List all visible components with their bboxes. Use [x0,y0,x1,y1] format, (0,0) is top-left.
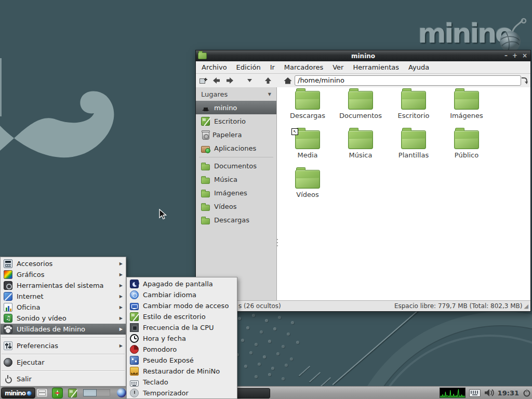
menu-item-sonido-y-video[interactable]: Sonido y vídeo ▶ [1,313,126,324]
minino-menu-button[interactable]: minino [1,388,35,398]
menu-archivo[interactable]: Archivo [197,61,232,73]
sidebar-header[interactable]: Lugares ▼ [196,87,276,101]
window-titlebar[interactable]: minino – + × [196,50,530,61]
menu-ayuda[interactable]: Ayuda [404,61,434,73]
taskbar: minino [0,386,532,399]
sidebar-item-papelera[interactable]: Papelera [196,128,276,141]
menu-item-internet[interactable]: Internet ▶ [1,291,126,302]
menu-item-preferencias[interactable]: Preferencias ▶ [1,340,126,351]
sidebar-item-documentos[interactable]: Documentos [196,159,276,172]
menu-item-herramientas-del-sistema[interactable]: Herramientas del sistema ▶ [1,280,126,291]
menu-item-label: Accesorios [17,260,52,268]
applications-icon [201,146,210,153]
paw-icon [4,325,12,334]
maximize-button[interactable]: + [512,50,517,61]
places-sidebar: Lugares ▼ minino Escritorio Papelera Apl… [196,87,277,300]
items-count-text: s (26 ocultos) [238,302,281,310]
go-button[interactable] [518,75,529,86]
menu-item-label: Utilidades de Minino [17,325,85,333]
minimize-button[interactable]: – [504,50,508,61]
menu-item-salir[interactable]: Salir [1,374,126,384]
submenu-item-hora-y-fecha[interactable]: Hora y fecha [127,333,237,344]
close-button[interactable]: × [522,50,527,61]
menu-item-label: Estilo de escritorio [143,313,206,321]
file-documentos[interactable]: Documentos [334,89,387,128]
sidebar-item-aplicaciones[interactable]: Aplicaciones [196,141,276,155]
resize-grip[interactable]: ◢ [524,303,528,310]
submenu-item-pseudo-expose[interactable]: Pseudo Exposé [127,355,237,366]
taskbar-clock[interactable]: 19:31 [498,389,519,397]
submenu-item-pomodoro[interactable]: Pomodoro [127,344,237,355]
forward-button[interactable] [224,75,236,86]
file-descargas[interactable]: Descargas [281,89,334,128]
submenu-arrow-icon: ▶ [119,294,123,299]
back-icon [211,76,221,85]
menu-ver[interactable]: Ver [328,61,348,73]
cpu-monitor-graph[interactable] [440,388,466,398]
file-publico[interactable]: Público [440,128,493,168]
sidebar-item-minino[interactable]: minino [196,101,276,114]
submenu-arrow-icon: ▶ [119,327,123,331]
submenu-item-temporizador[interactable]: Temporizador [127,388,237,398]
menu-item-label: Frecuencia de la CPU [143,324,214,331]
sidebar-item-imagenes[interactable]: Imágenes [196,186,276,200]
history-dropdown-button[interactable] [246,75,253,86]
file-label: Música [349,151,373,159]
desktop-style-launcher[interactable] [66,388,78,397]
file-label: Imágenes [450,112,483,119]
power-button-icon[interactable] [523,389,531,397]
file-videos[interactable]: Vídeos [281,168,334,207]
sidebar-item-escritorio[interactable]: Escritorio [196,114,276,128]
submenu-item-teclado[interactable]: Teclado [127,377,237,388]
menu-ir[interactable]: Ir [265,61,280,73]
submenu-item-cambiar-idioma[interactable]: Cambiar idioma [127,289,237,300]
menu-item-oficina[interactable]: Oficina ▶ [1,302,126,313]
keyboard-layout-icon[interactable] [469,389,481,397]
menu-edicion[interactable]: Edición [232,61,265,73]
menu-item-accesorios[interactable]: Accesorios ▶ [1,258,126,269]
submenu-item-cambiar-modo-de-acceso[interactable]: Cambiar modo de acceso [127,300,237,311]
menu-item-graficos[interactable]: Gráficos ▶ [1,269,126,280]
home-button[interactable] [282,75,294,86]
workspace-1[interactable] [83,389,97,396]
network-launcher[interactable] [116,388,127,397]
path-input[interactable]: /home/minino [295,75,521,86]
pane-resize-handle[interactable] [276,239,278,246]
menu-marcadores[interactable]: Marcadores [280,61,328,73]
folder-icon [201,191,210,197]
workspace-2[interactable] [97,389,110,396]
file-musica[interactable]: Música [334,128,387,168]
submenu-item-frecuencia-de-la-cpu[interactable]: Frecuencia de la CPU [127,322,237,333]
file-plantillas[interactable]: Plantillas [387,128,440,168]
applications-menu: Accesorios ▶ Gráficos ▶ Herramientas del… [0,257,126,387]
menu-herramientas[interactable]: Herramientas [348,61,404,73]
submenu-item-estilo-de-escritorio[interactable]: Estilo de escritorio [127,311,237,322]
taskbar-window-button[interactable] [235,388,270,398]
up-button[interactable] [262,75,274,86]
menu-item-label: Apagado de pantalla [143,280,213,288]
menu-item-ejecutar[interactable]: Ejecutar [1,357,126,368]
back-button[interactable] [210,75,222,86]
sidebar-item-musica[interactable]: Música [196,172,276,186]
yarn-ball-icon [495,18,529,54]
file-label: Media [297,151,317,159]
menu-item-utilidades-de-minino[interactable]: Utilidades de Minino ▶ [1,324,126,335]
file-media[interactable]: ↖ Media [281,128,334,168]
file-view[interactable]: Descargas Documentos Escritorio Imágenes… [277,87,530,300]
submenu-item-apagado-de-pantalla[interactable]: Apagado de pantalla [127,278,237,289]
sidebar-item-videos[interactable]: Vídeos [196,200,276,213]
new-tab-button[interactable] [198,75,209,86]
workspace-pager[interactable] [83,389,110,396]
sidebar-header-label: Lugares [201,90,228,98]
web-browser-launcher[interactable] [51,388,63,397]
submenu-item-restaurador-de-minino[interactable]: Restaurador de MiniNo [127,366,237,377]
sidebar-mode-dropdown-icon[interactable]: ▼ [268,92,271,97]
language-icon [130,290,139,299]
menu-item-label: Temporizador [143,389,189,397]
file-escritorio[interactable]: Escritorio [387,89,440,128]
file-manager-launcher[interactable] [36,388,48,397]
sidebar-item-descargas[interactable]: Descargas [196,213,276,227]
trash-icon [202,132,209,140]
file-imagenes[interactable]: Imágenes [440,89,493,128]
volume-icon[interactable] [484,389,494,397]
